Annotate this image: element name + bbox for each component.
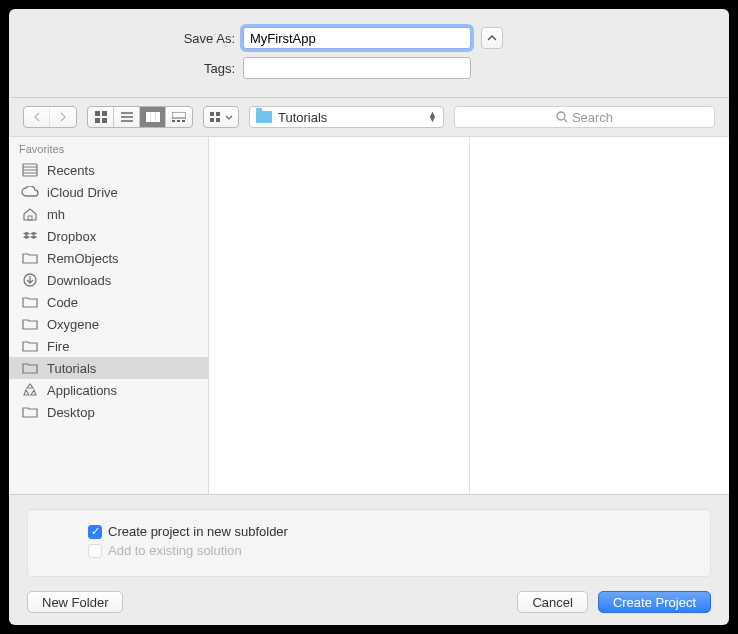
folder-icon xyxy=(21,294,39,310)
view-gallery-button[interactable] xyxy=(166,107,192,127)
save-as-input[interactable] xyxy=(243,27,471,49)
tags-label: Tags: xyxy=(27,61,243,76)
chevron-right-icon xyxy=(59,112,67,122)
svg-rect-11 xyxy=(172,120,175,122)
location-label: Tutorials xyxy=(278,110,327,125)
list-icon xyxy=(121,112,133,122)
nav-segmented xyxy=(23,106,77,128)
subfolder-checkbox[interactable] xyxy=(88,525,102,539)
recents-icon xyxy=(21,162,39,178)
cancel-button[interactable]: Cancel xyxy=(517,591,587,613)
browser-body: Favorites RecentsiCloud DrivemhDropboxRe… xyxy=(9,137,729,495)
svg-rect-17 xyxy=(216,118,220,122)
folder-icon xyxy=(21,250,39,266)
sidebar-item-label: Downloads xyxy=(47,273,111,288)
folder-icon xyxy=(256,111,272,123)
sidebar-item-tutorials[interactable]: Tutorials xyxy=(9,357,208,379)
grid-icon xyxy=(95,111,107,123)
svg-rect-1 xyxy=(102,111,107,116)
view-list-button[interactable] xyxy=(114,107,140,127)
svg-rect-2 xyxy=(95,118,100,123)
save-dialog: Save As: Tags: xyxy=(9,9,729,625)
search-placeholder: Search xyxy=(572,110,613,125)
svg-rect-24 xyxy=(28,216,32,220)
search-field[interactable]: Search xyxy=(454,106,715,128)
tags-input[interactable] xyxy=(243,57,471,79)
sidebar-item-downloads[interactable]: Downloads xyxy=(9,269,208,291)
sidebar-item-label: Dropbox xyxy=(47,229,96,244)
view-columns-button[interactable] xyxy=(140,107,166,127)
forward-button[interactable] xyxy=(50,107,76,127)
sidebar-item-label: Applications xyxy=(47,383,117,398)
svg-rect-14 xyxy=(210,112,214,116)
create-project-button[interactable]: Create Project xyxy=(598,591,711,613)
group-button[interactable] xyxy=(204,107,238,127)
header-section: Save As: Tags: xyxy=(9,9,729,97)
chevron-up-icon xyxy=(487,35,497,41)
group-icon xyxy=(210,112,222,122)
options-box: Create project in new subfolder Add to e… xyxy=(27,509,711,577)
chevron-down-icon xyxy=(225,115,233,120)
svg-rect-8 xyxy=(151,112,155,122)
svg-rect-12 xyxy=(177,120,180,122)
sidebar-item-label: mh xyxy=(47,207,65,222)
gallery-icon xyxy=(172,112,186,122)
view-icon-button[interactable] xyxy=(88,107,114,127)
dropbox-icon xyxy=(21,228,39,244)
sidebar-item-label: Code xyxy=(47,295,78,310)
save-as-label: Save As: xyxy=(27,31,243,46)
view-segmented xyxy=(87,106,193,128)
svg-rect-0 xyxy=(95,111,100,116)
sidebar-item-label: Recents xyxy=(47,163,95,178)
column-1[interactable] xyxy=(209,137,470,494)
svg-rect-16 xyxy=(210,118,214,122)
svg-rect-3 xyxy=(102,118,107,123)
subfolder-label: Create project in new subfolder xyxy=(108,524,288,539)
svg-line-19 xyxy=(564,119,567,122)
collapse-button[interactable] xyxy=(481,27,503,49)
subfolder-checkbox-row[interactable]: Create project in new subfolder xyxy=(88,524,694,539)
sidebar-item-code[interactable]: Code xyxy=(9,291,208,313)
svg-rect-10 xyxy=(172,112,186,118)
home-icon xyxy=(21,206,39,222)
folder-icon xyxy=(21,360,39,376)
sidebar-item-remobjects[interactable]: RemObjects xyxy=(9,247,208,269)
sidebar-item-label: Oxygene xyxy=(47,317,99,332)
sidebar-item-recents[interactable]: Recents xyxy=(9,159,208,181)
browser-toolbar: Tutorials ▲▼ Search xyxy=(9,98,729,137)
column-2[interactable] xyxy=(470,137,730,494)
sidebar-item-oxygene[interactable]: Oxygene xyxy=(9,313,208,335)
sidebar-header: Favorites xyxy=(9,137,208,159)
folder-icon xyxy=(21,316,39,332)
sidebar-item-label: RemObjects xyxy=(47,251,119,266)
sidebar-item-applications[interactable]: Applications xyxy=(9,379,208,401)
sidebar-item-label: iCloud Drive xyxy=(47,185,118,200)
chevron-left-icon xyxy=(33,112,41,122)
folder-icon xyxy=(21,404,39,420)
sidebar: Favorites RecentsiCloud DrivemhDropboxRe… xyxy=(9,137,209,494)
location-popup[interactable]: Tutorials ▲▼ xyxy=(249,106,444,128)
sidebar-item-fire[interactable]: Fire xyxy=(9,335,208,357)
sidebar-item-label: Fire xyxy=(47,339,69,354)
sidebar-item-label: Tutorials xyxy=(47,361,96,376)
search-icon xyxy=(556,111,568,123)
sidebar-item-dropbox[interactable]: Dropbox xyxy=(9,225,208,247)
sidebar-item-desktop[interactable]: Desktop xyxy=(9,401,208,423)
footer-section: Create project in new subfolder Add to e… xyxy=(9,495,729,625)
existing-checkbox xyxy=(88,544,102,558)
sidebar-item-mh[interactable]: mh xyxy=(9,203,208,225)
back-button[interactable] xyxy=(24,107,50,127)
svg-rect-13 xyxy=(182,120,185,122)
svg-rect-7 xyxy=(146,112,150,122)
svg-point-18 xyxy=(557,112,565,120)
stepper-icon: ▲▼ xyxy=(428,112,437,122)
button-row: New Folder Cancel Create Project xyxy=(27,591,711,613)
columns-icon xyxy=(146,112,160,122)
download-icon xyxy=(21,272,39,288)
sidebar-item-icloud-drive[interactable]: iCloud Drive xyxy=(9,181,208,203)
folder-icon xyxy=(21,338,39,354)
new-folder-button[interactable]: New Folder xyxy=(27,591,123,613)
existing-label: Add to existing solution xyxy=(108,543,242,558)
svg-rect-9 xyxy=(156,112,160,122)
cloud-icon xyxy=(21,184,39,200)
